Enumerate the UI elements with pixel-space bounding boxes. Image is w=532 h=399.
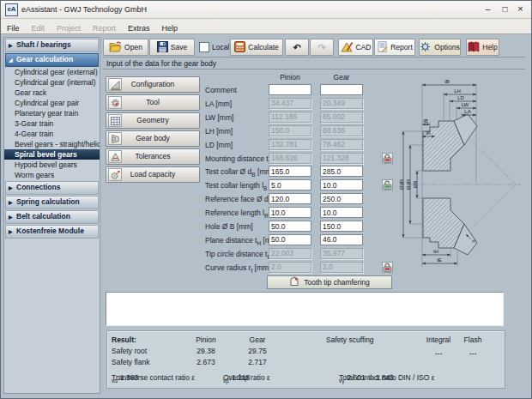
result-col-pinion: Pinion bbox=[184, 336, 227, 344]
sidebar-item-4-gear-train[interactable]: 4-Gear train bbox=[4, 129, 100, 139]
form-label-test-collar-length-lb: Test collar length lB [mm] bbox=[205, 181, 272, 191]
sidebar-section-shaft-bearings[interactable]: ▶Shaft / bearings bbox=[5, 39, 99, 52]
gear-input-row-12 bbox=[320, 248, 363, 259]
gear-input-row-11[interactable] bbox=[320, 234, 363, 245]
load-capacity-button[interactable]: Load capacity bbox=[106, 166, 200, 183]
pinion-input-row-12 bbox=[269, 248, 311, 259]
calculate-button[interactable]: Calculate bbox=[230, 39, 283, 56]
sidebar-item-hypoid-bevel-gears[interactable]: Hypoid bevel gears bbox=[4, 160, 100, 170]
undo-icon: ↶ bbox=[293, 43, 300, 52]
pinion-input-row-7[interactable] bbox=[269, 179, 311, 190]
sidebar-item-bevel-gears-straight-helical[interactable]: Bevel gears - straight/helical bbox=[4, 139, 100, 149]
geometry-button[interactable]: Geometry bbox=[106, 112, 200, 129]
scuffing-flash-value: --- bbox=[450, 349, 495, 358]
overlap-ratio: Overlap ratio εvβ:1.218 bbox=[223, 373, 250, 384]
pinion-input-row-6[interactable] bbox=[269, 166, 311, 177]
dim-label-rf: rf bbox=[472, 239, 475, 244]
minimize-button[interactable]: – bbox=[481, 1, 495, 17]
sidebar-item-gear-rack[interactable]: Gear rack bbox=[4, 88, 100, 98]
menu-help[interactable]: Help bbox=[156, 21, 184, 35]
gear-input-row-9[interactable] bbox=[320, 207, 363, 218]
tool-button[interactable]: Tool bbox=[106, 94, 200, 111]
lock-closed-icon[interactable] bbox=[382, 153, 393, 164]
report-label: Report bbox=[390, 43, 413, 51]
menu-project: Project bbox=[51, 21, 87, 35]
local-checkbox[interactable] bbox=[199, 42, 209, 52]
lock-open-icon[interactable] bbox=[382, 179, 393, 190]
gear-body-button[interactable]: Gear body bbox=[106, 130, 200, 147]
gear-body-drawing: tB LH LD LW LA lB lR ØdB ØdR ØB tH tE rf bbox=[397, 75, 523, 274]
gear-input-row-10[interactable] bbox=[320, 221, 363, 232]
save-button[interactable]: Save bbox=[149, 39, 195, 56]
form-label-comment: Comment bbox=[205, 86, 272, 94]
tool-icon bbox=[108, 96, 122, 109]
section-label: Spring calculation bbox=[16, 197, 80, 206]
pinion-input-row-1 bbox=[269, 98, 311, 109]
geometry-icon bbox=[108, 114, 122, 127]
options-label: Options bbox=[434, 43, 459, 51]
gear-input-row-8[interactable] bbox=[320, 193, 363, 204]
pinion-input-row-0[interactable] bbox=[269, 84, 311, 95]
menu-extras[interactable]: Extras bbox=[122, 21, 156, 35]
gear-input-row-7[interactable] bbox=[320, 179, 363, 190]
dim-label-dr: ØdR bbox=[406, 178, 411, 190]
gear-input-row-2 bbox=[320, 112, 363, 123]
maximize-button[interactable]: □ bbox=[498, 1, 512, 17]
sidebar-item-spiral-bevel-gears[interactable]: Spiral bevel gears bbox=[4, 149, 100, 160]
report-button[interactable]: Report bbox=[374, 39, 415, 56]
sidebar-section-spring-calculation[interactable]: ▶Spring calculation bbox=[5, 196, 99, 209]
undo-button[interactable]: ↶ bbox=[285, 39, 309, 56]
calculate-label: Calculate bbox=[248, 43, 278, 51]
gear-input-row-0[interactable] bbox=[320, 84, 363, 95]
nav-button-label: Load capacity bbox=[130, 170, 175, 178]
sidebar-section-belt-calculation[interactable]: ▶Belt calculation bbox=[5, 210, 99, 224]
pinion-input-row-8[interactable] bbox=[269, 193, 311, 204]
cad-button[interactable]: CAD bbox=[338, 39, 373, 56]
tolerances-button[interactable]: Tolerances bbox=[106, 148, 200, 165]
gear-input-row-6[interactable] bbox=[320, 166, 363, 177]
form-label-la-mm: LA [mm] bbox=[205, 100, 272, 108]
safety-root-pinion: 29.38 bbox=[184, 347, 227, 355]
pinion-input-row-10[interactable] bbox=[269, 221, 311, 232]
menu-file[interactable]: File bbox=[1, 21, 26, 35]
help-button[interactable]: Help bbox=[466, 39, 499, 56]
sidebar-item-cylindrical-gear-internal[interactable]: Cylindrical gear (internal) bbox=[4, 77, 100, 88]
load-capacity-icon bbox=[108, 168, 122, 181]
result-title: Result: bbox=[112, 336, 136, 344]
sidebar-item-cylindrical-gear-external[interactable]: Cylindrical gear (external) bbox=[4, 67, 100, 77]
pinion-input-row-11[interactable] bbox=[269, 234, 311, 245]
sidebar-section-kostenfreie-module[interactable]: ▶Kostenfreie Module bbox=[5, 225, 99, 239]
sidebar-section-connections[interactable]: ▶Connections bbox=[5, 181, 99, 195]
options-button[interactable]: Options bbox=[419, 39, 461, 56]
open-button[interactable]: Open bbox=[103, 39, 148, 56]
section-label: Kostenfreie Module bbox=[16, 227, 84, 235]
lock-closed-icon[interactable] bbox=[382, 262, 393, 273]
dim-label-lh: LH bbox=[454, 88, 461, 94]
sidebar-item-3-gear-train[interactable]: 3-Gear train bbox=[4, 118, 100, 129]
sidebar-item-cylindrical-gear-pair[interactable]: Cylindrical gear pair bbox=[4, 98, 100, 108]
close-button[interactable]: × bbox=[513, 1, 528, 17]
result-col-gear: Gear bbox=[236, 336, 279, 344]
dim-label-te: tE bbox=[437, 257, 442, 263]
sidebar-item-worm-gears[interactable]: Worm gears bbox=[4, 170, 100, 180]
app-window: eA eAssistant - GWJ Technology GmbH – □ … bbox=[0, 0, 532, 399]
configuration-button[interactable]: Configuration bbox=[106, 76, 200, 93]
sidebar-item-planetary-gear-train[interactable]: Planetary gear train bbox=[4, 108, 100, 118]
dim-label-th: tH bbox=[433, 249, 438, 254]
status-info-bar: Input of the data for the gear body bbox=[103, 57, 525, 70]
form-label-curve-radius-rf: Curve radius rf [mm] bbox=[205, 263, 272, 274]
message-area[interactable] bbox=[106, 292, 504, 326]
pinion-input-row-2 bbox=[269, 112, 311, 123]
tooth-tip-chamfering-button[interactable]: Tooth tip chamfering bbox=[267, 275, 392, 289]
pinion-input-row-4 bbox=[269, 139, 311, 150]
tooth-tip-chamfering-icon bbox=[289, 276, 299, 288]
section-label: Shaft / bearings bbox=[16, 40, 71, 49]
dim-label-tb: tB bbox=[444, 79, 450, 84]
total-contact-ratio: Total contact ratio DIN / ISO εvγ:2.601 … bbox=[339, 373, 394, 384]
app-icon: eA bbox=[5, 3, 18, 16]
gear-input-row-1 bbox=[320, 98, 363, 109]
sidebar-section-gear-calculation[interactable]: ◢Gear calculation bbox=[5, 53, 99, 67]
form-label-test-collar-db: Test collar Ø dB [mm] bbox=[205, 167, 272, 178]
pinion-input-row-9[interactable] bbox=[269, 207, 311, 218]
safety-root-gear: 29.75 bbox=[236, 347, 279, 355]
